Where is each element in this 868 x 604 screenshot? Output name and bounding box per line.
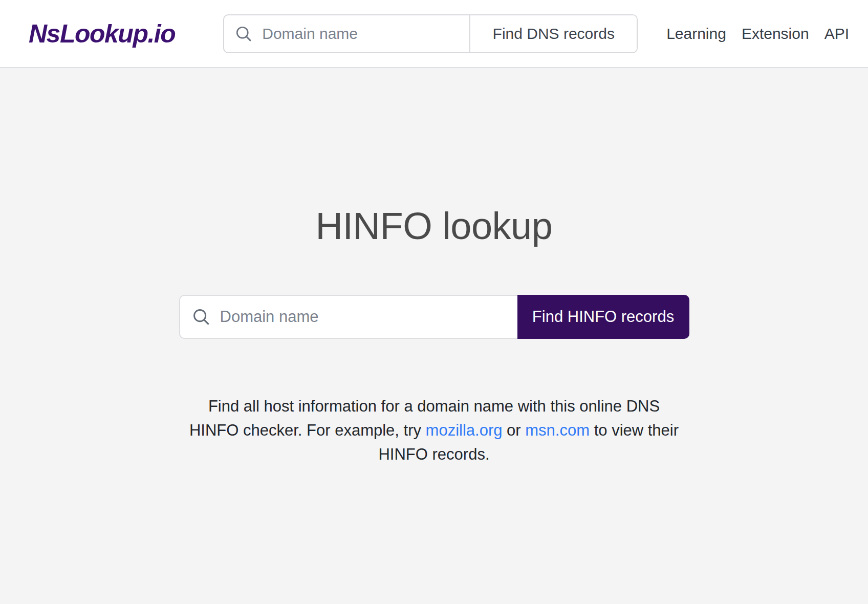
description-segment: Find all host information for a domain n… (208, 397, 660, 415)
page-title: HINFO lookup (316, 204, 553, 248)
description-line: HINFO checker. For example, try mozilla.… (189, 418, 679, 442)
description-segment: to view their (590, 421, 679, 439)
search-icon (191, 307, 211, 327)
header-search-field (224, 15, 469, 52)
header-search-group: Find DNS records (223, 14, 638, 53)
description-text: Find all host information for a domain n… (189, 394, 679, 466)
find-hinfo-records-button[interactable]: Find HINFO records (517, 295, 689, 339)
nav-item-extension[interactable]: Extension (742, 25, 809, 42)
description-line: Find all host information for a domain n… (189, 394, 679, 418)
nav-item-api[interactable]: API (824, 25, 849, 42)
hinfo-search-field (179, 295, 517, 339)
description-segment: HINFO checker. For example, try (189, 421, 426, 439)
hinfo-search-group: Find HINFO records (179, 295, 689, 339)
header-domain-input[interactable] (262, 25, 469, 42)
description-segment: HINFO records. (378, 445, 489, 463)
find-dns-records-button[interactable]: Find DNS records (469, 15, 637, 52)
nav-item-learning[interactable]: Learning (666, 25, 726, 42)
main-content: HINFO lookup Find HINFO records Find all… (0, 68, 868, 603)
description-line: HINFO records. (189, 442, 679, 466)
description-segment: or (503, 421, 526, 439)
site-logo[interactable]: NsLookup.io (29, 19, 175, 49)
search-icon (234, 25, 253, 43)
header-nav: Learning Extension API (666, 25, 849, 42)
example-link-msn-com[interactable]: msn.com (525, 421, 590, 439)
site-header: NsLookup.io Find DNS records Learning Ex… (0, 0, 868, 68)
hinfo-domain-input[interactable] (220, 308, 517, 326)
example-link-mozilla-org[interactable]: mozilla.org (426, 421, 503, 439)
